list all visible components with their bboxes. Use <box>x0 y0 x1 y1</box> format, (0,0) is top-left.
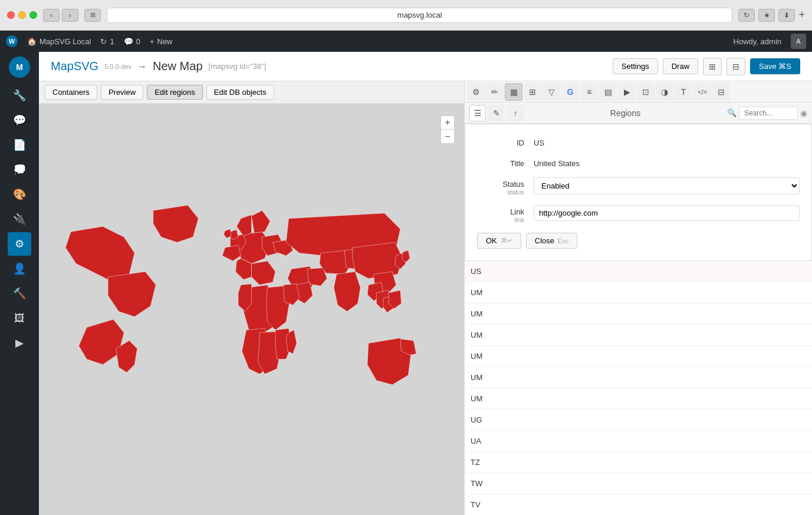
title-label: Title <box>477 157 524 168</box>
table-row[interactable]: UM <box>465 282 812 303</box>
tab-list[interactable]: ☰ <box>469 105 486 121</box>
search-input[interactable] <box>739 107 798 120</box>
back-button[interactable]: ‹ <box>43 9 60 22</box>
admin-bar-new[interactable]: + New <box>150 37 173 46</box>
wrench-icon: 🔧 <box>13 89 26 102</box>
panel-tool-contrast[interactable]: ◑ <box>656 83 673 101</box>
panel-tool-marker[interactable]: ▶ <box>618 83 636 101</box>
tab-upload[interactable]: ↑ <box>507 105 524 121</box>
id-label: ID <box>477 136 524 147</box>
sidebar-icon-media[interactable]: 🖼 <box>8 306 31 330</box>
panel-tool-pencil[interactable]: ✏ <box>486 83 504 101</box>
link-input[interactable] <box>534 205 800 221</box>
table-row[interactable]: UM <box>465 388 812 410</box>
form-row-link: Link link <box>477 205 800 223</box>
panel-tool-doc[interactable]: ▤ <box>599 83 617 101</box>
sidebar-icon-play[interactable]: ▶ <box>8 331 31 355</box>
zoom-out-button[interactable]: − <box>440 130 455 144</box>
status-select[interactable]: Enabled Disabled <box>534 177 800 194</box>
bookmark-button[interactable]: ★ <box>758 9 775 22</box>
add-tab-button[interactable]: + <box>798 9 805 21</box>
table-row[interactable]: TZ <box>465 452 812 473</box>
table-row[interactable]: UM <box>465 346 812 367</box>
sidebar-icon-speech[interactable]: 💬 <box>8 108 31 132</box>
table-row[interactable]: UM <box>465 303 812 325</box>
download-button[interactable]: ⬇ <box>778 9 795 22</box>
mapsvg-version: 5.0.0-dev <box>104 63 132 70</box>
wp-sidebar: M 🔧 💬 📄 💭 🎨 🔌 ⚙ 👤 🔨 🖼 <box>0 52 39 515</box>
panel-tool-database[interactable]: ⊞ <box>524 83 541 101</box>
sidebar-icon-tools[interactable]: 🔨 <box>8 282 31 305</box>
settings-button[interactable]: Settings <box>613 58 658 74</box>
sidebar-icon-settings[interactable]: ⚙ <box>8 232 31 256</box>
panel-tool-filter[interactable]: ▽ <box>543 83 560 101</box>
edit-regions-button[interactable]: Edit regions <box>147 85 203 100</box>
wp-logo[interactable]: W <box>6 35 18 47</box>
close-button[interactable]: Close Esc <box>526 233 578 249</box>
address-bar[interactable]: mapsvg.local <box>107 8 732 23</box>
options-button[interactable]: ⊟ <box>726 58 745 75</box>
admin-bar-site[interactable]: 🏠 MapSVG Local <box>27 37 91 46</box>
window-view-button[interactable]: ⊞ <box>84 9 101 22</box>
table-row[interactable]: UG <box>465 410 812 431</box>
table-row[interactable]: TV <box>465 494 812 515</box>
world-map-svg <box>39 104 464 514</box>
table-row[interactable]: UM <box>465 367 812 388</box>
form-row-status: Status status Enabled Disabled <box>477 177 800 196</box>
save-button[interactable]: Save ⌘S <box>750 58 800 74</box>
grid-view-button[interactable]: ⊞ <box>703 58 722 75</box>
browser-chrome: ‹ › ⊞ mapsvg.local ↻ ★ ⬇ + <box>0 0 812 31</box>
preview-button[interactable]: Preview <box>101 85 143 100</box>
close-label: Close <box>535 236 554 245</box>
panel-tool-table[interactable]: ⊟ <box>712 83 730 101</box>
close-traffic-light[interactable] <box>7 11 15 19</box>
status-label: Status status <box>477 177 524 196</box>
maximize-traffic-light[interactable] <box>29 11 37 19</box>
zoom-in-button[interactable]: + <box>440 115 455 130</box>
speech-icon: 💬 <box>13 114 26 127</box>
admin-avatar[interactable]: A <box>791 34 806 49</box>
edit-db-button[interactable]: Edit DB objects <box>206 85 274 100</box>
admin-bar-updates[interactable]: ↻ 1 <box>100 37 114 46</box>
table-row[interactable]: UM <box>465 325 812 346</box>
map-svg-container[interactable]: + − <box>39 104 464 514</box>
refresh-button[interactable]: ↻ <box>738 9 755 22</box>
tab-edit[interactable]: ✎ <box>488 105 505 121</box>
sidebar-icon-appearance[interactable]: 🎨 <box>8 183 31 206</box>
table-row[interactable]: UA <box>465 431 812 452</box>
panel-tool-list[interactable]: ≡ <box>580 83 598 101</box>
id-value: US <box>534 136 800 147</box>
sidebar-icon-users[interactable]: 👤 <box>8 257 31 280</box>
plus-icon: + <box>150 37 154 46</box>
panel-tool-grid[interactable]: ▦ <box>505 83 522 101</box>
panel-tool-google[interactable]: G <box>561 83 579 101</box>
panel-tool-image[interactable]: ⊡ <box>637 83 655 101</box>
admin-bar-comments[interactable]: 💬 0 <box>124 37 140 46</box>
settings-icon: ⚙ <box>15 237 24 250</box>
panel-toolbar-row1: ⚙ ✏ ▦ ⊞ ▽ G ≡ ▤ ▶ ⊡ ◑ T </> ⊟ <box>465 81 812 103</box>
sidebar-icon-wrench[interactable]: 🔧 <box>8 84 31 107</box>
sidebar-icon-comments[interactable]: 💭 <box>8 158 31 181</box>
table-row[interactable]: US <box>465 261 812 282</box>
panel-tool-code[interactable]: </> <box>693 83 711 101</box>
users-icon: 👤 <box>13 262 26 275</box>
draw-button[interactable]: Draw <box>663 58 698 74</box>
title-arrow: → <box>137 61 147 72</box>
content-area: MapSVG 5.0.0-dev → New Map [mapsvg id="3… <box>39 52 812 515</box>
sidebar-icon-plugins[interactable]: 🔌 <box>8 207 31 231</box>
sidebar-icon-pages[interactable]: 📄 <box>8 133 31 157</box>
minimize-traffic-light[interactable] <box>18 11 26 19</box>
region-id: UA <box>471 437 506 445</box>
panel-tool-text[interactable]: T <box>675 83 692 101</box>
search-icon: 🔍 <box>727 108 737 117</box>
table-row[interactable]: TW <box>465 473 812 494</box>
sidebar-icon-mapsvg[interactable]: M <box>9 57 30 78</box>
ok-button[interactable]: OK ⌘↵ <box>477 233 521 249</box>
containers-button[interactable]: Containers <box>45 85 97 100</box>
main-layout: M 🔧 💬 📄 💭 🎨 🔌 ⚙ 👤 🔨 🖼 <box>0 52 812 515</box>
forward-button[interactable]: › <box>62 9 78 22</box>
eye-icon[interactable]: ◉ <box>800 108 807 118</box>
region-id: UM <box>471 352 506 361</box>
region-id: UM <box>471 373 506 382</box>
panel-tool-gear[interactable]: ⚙ <box>467 83 485 101</box>
